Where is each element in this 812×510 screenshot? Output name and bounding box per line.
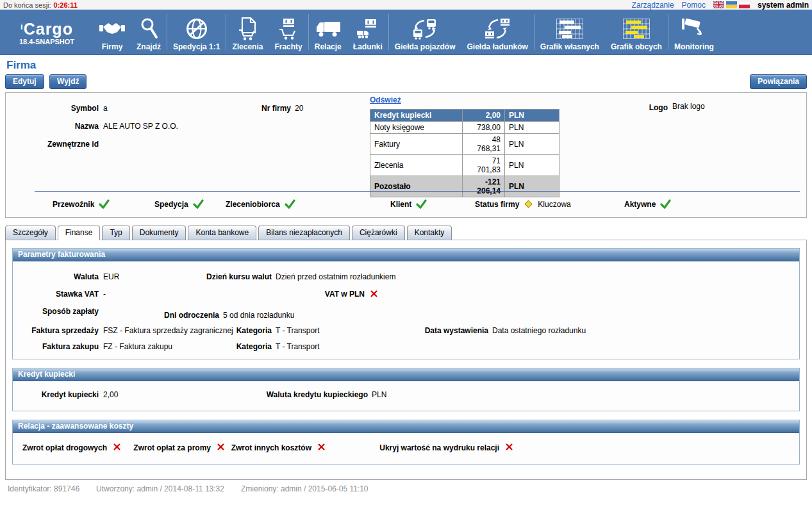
record-id: Identyfikator: 891746: [8, 484, 79, 493]
record-modified: Zmieniony: admin / 2015-06-05 11:10: [241, 484, 369, 493]
manage-link[interactable]: Zarządzanie: [632, 1, 674, 10]
help-link[interactable]: Pomoc: [682, 1, 706, 10]
credit-currency-label: Waluta kredytu kupieckiego: [259, 390, 368, 399]
nav-item-frachty[interactable]: Frachty: [269, 10, 308, 54]
active-flag: Aktywne: [624, 199, 671, 209]
hide-value-label: Ukryj wartość na wydruku relacji: [372, 443, 499, 452]
top-strip: Do końca sesji:0:26:11 Zarządzanie Pomoc…: [0, 0, 812, 10]
nav-label: Monitoring: [674, 42, 714, 51]
credit-summary-table: Kredyt kupiecki 2,00 PLN Noty księgowe 7…: [370, 109, 559, 197]
camera-icon: [681, 16, 708, 42]
contractor-flag: Zleceniobiorca: [226, 199, 295, 209]
exit-button[interactable]: Wyjdź: [49, 74, 87, 89]
table-row: Noty księgowe 738,00 PLN: [370, 122, 559, 134]
magnifier-icon: [139, 16, 158, 42]
issue-date-label: Data wystawienia: [392, 326, 488, 335]
nav-item-relacje[interactable]: Relacje: [309, 10, 347, 54]
session-label: Do końca sesji:: [3, 1, 51, 9]
tab-bilans-niezaplaconych[interactable]: Bilans niezapłaconych: [258, 226, 350, 240]
name-value: ALE AUTO SP Z O.O.: [103, 122, 178, 131]
currency-label: Waluta: [13, 272, 99, 281]
issue-date-value: Data ostatniego rozładunku: [492, 326, 586, 335]
ferries-label: Zwrot opłat za promy: [122, 443, 211, 452]
row-name: Pozostało: [370, 176, 463, 197]
sales-category-value: T - Transport: [276, 326, 319, 335]
app-logo[interactable]: iCargo 18.4-SNAPSHOT: [0, 10, 94, 54]
check-icon: [193, 199, 204, 209]
logo-label: Logo: [604, 103, 668, 112]
row-name: Zlecenia: [370, 155, 463, 176]
relations-button[interactable]: Powiązania: [750, 74, 807, 89]
nav-label: Frachty: [274, 42, 302, 51]
tab-szczegoly[interactable]: Szczegóły: [5, 226, 56, 240]
cross-icon: [370, 290, 378, 298]
nav-item-grafik-wlasnych[interactable]: Grafik własnych: [534, 10, 605, 54]
row-amount: 71 701,83: [463, 155, 505, 176]
forwarder-flag: Spedycja: [154, 199, 204, 209]
record-created: Utworzony: admin / 2014-08-11 13:32: [96, 484, 224, 493]
client-flag: Klient: [390, 199, 427, 209]
language-flags: [713, 1, 750, 8]
edit-button[interactable]: Edytuj: [5, 74, 44, 89]
session-time: 0:26:11: [54, 1, 78, 9]
row-name: Faktury: [370, 134, 463, 155]
credit-currency-value: PLN: [372, 390, 386, 399]
panel-divider: [35, 191, 800, 192]
nav-item-monitoring[interactable]: Monitoring: [668, 10, 720, 54]
invoicing-section: Parametry fakturowania Waluta EUR Dzień …: [12, 248, 800, 359]
carrier-flag: Przewoźnik: [53, 199, 110, 209]
poland-flag[interactable]: [739, 1, 750, 8]
tab-typ[interactable]: Typ: [102, 226, 129, 240]
refresh-link[interactable]: Odśwież: [370, 95, 401, 104]
uk-flag[interactable]: [713, 1, 724, 8]
cross-icon: [317, 443, 326, 451]
rate-day-label: Dzień kursu walut: [176, 272, 272, 281]
ukraine-flag[interactable]: [726, 1, 737, 8]
status-value: Kluczowa: [538, 200, 570, 209]
tab-bar: Szczegóły Finanse Typ Dokumenty Konta ba…: [5, 226, 812, 240]
vat-pln-label: VAT w PLN: [269, 290, 365, 299]
tab-finanse[interactable]: Finanse: [58, 226, 101, 240]
nav-label: Giełda ładunków: [467, 42, 528, 51]
relation-costs-section: Relacja - zaawansowane koszty Zwrot opła…: [12, 420, 800, 465]
purchase-category-label: Kategoria: [176, 342, 272, 351]
nav-item-gielda-ladunkow[interactable]: Giełda ładunków: [461, 10, 534, 54]
tab-ciezarowki[interactable]: Ciężarówki: [352, 226, 405, 240]
contractor-label: Zleceniobiorca: [226, 200, 280, 209]
payment-label: Sposób zapłaty: [13, 307, 99, 316]
name-label: Nazwa: [6, 122, 99, 131]
diamond-icon: [524, 199, 533, 209]
foreign-schedule-icon: [623, 16, 650, 42]
nav-label: Grafik obcych: [611, 42, 662, 51]
tab-kontakty[interactable]: Kontakty: [407, 226, 452, 240]
nav-item-gielda-pojazdow[interactable]: Giełda pojazdów: [389, 10, 461, 54]
row-currency: PLN: [505, 110, 559, 122]
tab-dokumenty[interactable]: Dokumenty: [132, 226, 186, 240]
company-no-label: Nr firmy: [227, 104, 291, 113]
nav-label: Firmy: [102, 42, 123, 51]
current-user: system admin: [758, 1, 809, 10]
nav-item-zlecenia[interactable]: Zlecenia: [226, 10, 269, 54]
nav-item-ladunki[interactable]: Ładunki: [347, 10, 388, 54]
cross-icon: [113, 443, 121, 451]
check-icon: [416, 199, 427, 209]
external-id-label: Zewnętrzne id: [6, 140, 99, 149]
finance-tab-panel: Parametry fakturowania Waluta EUR Dzień …: [5, 240, 807, 480]
table-row: Faktury 48 768,31 PLN: [370, 134, 559, 155]
tolls-label: Zwrot opłat drogowych: [13, 443, 107, 452]
nav-item-znajdz[interactable]: Znajdź: [131, 10, 167, 54]
cross-icon: [505, 443, 513, 451]
active-label: Aktywne: [624, 200, 656, 209]
row-currency: PLN: [505, 155, 559, 176]
row-amount: -121 206,14: [463, 176, 505, 197]
nav-item-firmy[interactable]: Firmy: [94, 10, 131, 54]
nav-item-grafik-obcych[interactable]: Grafik obcych: [605, 10, 668, 54]
sales-invoice-label: Faktura sprzedaży: [13, 326, 99, 335]
purchase-invoice-value: FZ - Faktura zakupu: [103, 342, 172, 351]
tab-konta-bankowe[interactable]: Konta bankowe: [188, 226, 256, 240]
row-currency: PLN: [505, 176, 559, 197]
symbol-value: a: [103, 104, 108, 113]
nav-label: Grafik własnych: [540, 42, 599, 51]
table-row: Pozostało -121 206,14 PLN: [370, 176, 559, 197]
nav-item-spedycja[interactable]: Spedycja 1:1: [167, 10, 226, 54]
